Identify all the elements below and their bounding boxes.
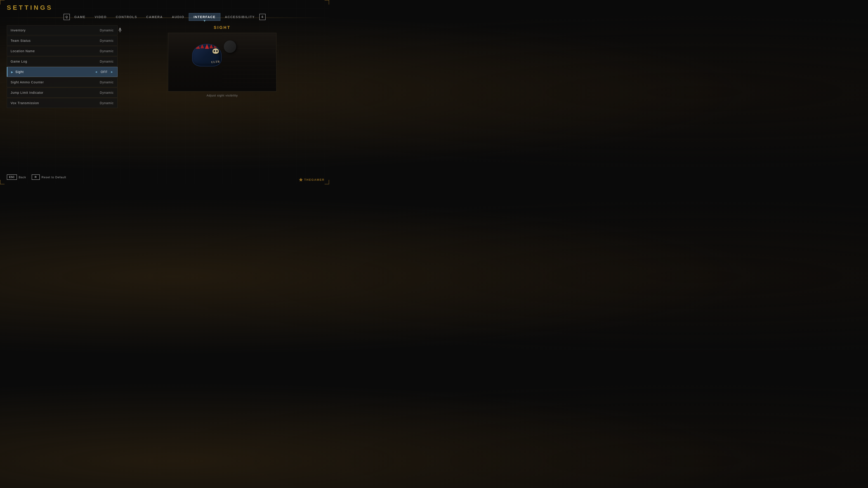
preview-description: Adjust sight visibility — [207, 94, 238, 97]
armor-scene: ULTR — [168, 33, 276, 91]
setting-name-inventory: Inventory — [11, 29, 26, 32]
main-content: Inventory Dynamic Team Status Dynamic Lo… — [0, 21, 329, 176]
r-key-badge: R — [32, 174, 40, 180]
setting-row-sight-ammo[interactable]: Sight Ammo Counter Dynamic — [7, 77, 118, 87]
setting-value-game-log: Dynamic — [100, 60, 114, 63]
mic-icon — [118, 27, 123, 33]
setting-name-team-status: Team Status — [11, 39, 31, 42]
pauldron: ULTR — [192, 44, 221, 66]
skull-right-eye — [216, 50, 218, 52]
setting-row-jump-limit[interactable]: Jump Limit Indicator Dynamic — [7, 88, 118, 98]
spike-1 — [196, 44, 200, 49]
setting-row-inventory[interactable]: Inventory Dynamic — [7, 25, 118, 35]
setting-row-game-log[interactable]: Game Log Dynamic — [7, 57, 118, 66]
tab-video[interactable]: VIDEO — [90, 13, 112, 21]
preview-panel: SIGHT — [122, 25, 322, 171]
svg-marker-3 — [299, 178, 303, 182]
tab-camera[interactable]: CAMERA — [142, 13, 167, 21]
setting-value-jump-limit: Dynamic — [100, 91, 114, 94]
bottom-bar: ESC Back R Reset to Default — [7, 174, 66, 180]
header: SETTINGS — [0, 0, 329, 11]
tab-game[interactable]: GAME — [70, 13, 90, 21]
setting-value-location-name: Dynamic — [100, 49, 114, 53]
corner-decoration-tr — [324, 0, 329, 4]
value-increase-button[interactable]: ► — [110, 70, 114, 74]
setting-name-vox-transmission: Vox Transmission — [11, 101, 39, 105]
setting-name-game-log: Game Log — [11, 60, 27, 63]
settings-page: SETTINGS Q GAME VIDEO CONTROLS CAMERA AU… — [0, 0, 329, 184]
preview-image: ULTR — [168, 33, 276, 92]
setting-value-inventory: Dynamic — [100, 29, 114, 32]
tab-controls[interactable]: CONTROLS — [111, 13, 142, 21]
armor-body: ULTR — [190, 39, 240, 91]
settings-list: Inventory Dynamic Team Status Dynamic Lo… — [7, 25, 118, 171]
esc-key-badge: ESC — [7, 174, 17, 180]
prev-key-badge: Q — [64, 14, 70, 20]
skull-left-eye — [214, 50, 215, 52]
skull-head — [213, 48, 219, 54]
corner-decoration-br — [324, 180, 329, 184]
back-label: Back — [19, 175, 26, 179]
corner-decoration-tl — [0, 0, 4, 4]
setting-value-sight: ◄ OFF ► — [94, 70, 114, 74]
setting-value-vox-transmission: Dynamic — [100, 101, 114, 105]
watermark: THEGAMER — [299, 177, 324, 182]
setting-row-vox-transmission[interactable]: Vox Transmission Dynamic — [7, 98, 118, 108]
ultra-text: ULTR — [211, 60, 220, 64]
watermark-text: THEGAMER — [304, 178, 324, 182]
tab-interface[interactable]: INTERFACE — [189, 13, 220, 21]
tab-accessibility[interactable]: ACCESSIBILITY — [220, 13, 259, 21]
armor-head — [224, 40, 236, 53]
setting-row-sight[interactable]: ▶ Sight ◄ OFF ► — [7, 67, 118, 77]
preview-title: SIGHT — [214, 25, 230, 30]
spike-3 — [205, 44, 209, 49]
mic-icon-container — [118, 27, 123, 33]
reset-binding: R Reset to Default — [32, 174, 66, 180]
setting-name-location-name: Location Name — [11, 49, 35, 53]
spike-5 — [214, 44, 217, 48]
reset-label: Reset to Default — [41, 175, 66, 179]
spike-4 — [210, 44, 213, 48]
setting-row-team-status[interactable]: Team Status Dynamic — [7, 36, 118, 46]
setting-row-location-name[interactable]: Location Name Dynamic — [7, 46, 118, 56]
spike-2 — [200, 44, 204, 48]
setting-name-jump-limit: Jump Limit Indicator — [11, 91, 43, 94]
back-binding: ESC Back — [7, 174, 26, 180]
setting-name-sight: ▶ Sight — [11, 70, 24, 74]
tab-audio[interactable]: AUDIO — [167, 13, 189, 21]
svg-rect-0 — [119, 28, 121, 31]
next-key-badge: E — [259, 14, 266, 20]
active-arrow-icon: ▶ — [11, 70, 13, 74]
corner-decoration-bl — [0, 180, 4, 184]
nav-bar: Q GAME VIDEO CONTROLS CAMERA AUDIO INTER… — [0, 11, 329, 21]
setting-name-sight-ammo: Sight Ammo Counter — [11, 80, 44, 84]
setting-value-team-status: Dynamic — [100, 39, 114, 42]
value-decrease-button[interactable]: ◄ — [94, 70, 98, 74]
page-title: SETTINGS — [7, 4, 322, 11]
skull-decoration — [213, 48, 219, 55]
setting-value-sight-ammo: Dynamic — [100, 80, 114, 84]
watermark-icon — [299, 177, 303, 182]
